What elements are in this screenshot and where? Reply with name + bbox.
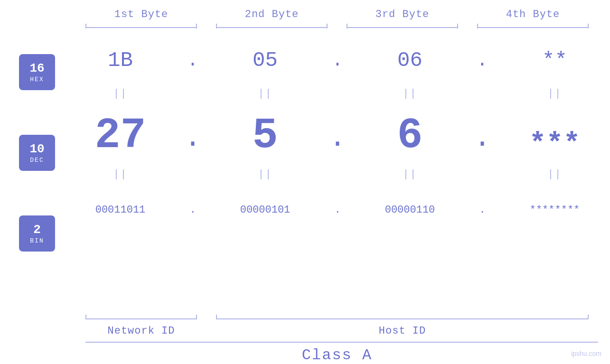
eq1-b4: || — [489, 84, 610, 103]
dec-sep3: . — [475, 122, 489, 160]
bin-b3-value: 00000110 — [385, 204, 435, 216]
dec-b2-cell: 5 — [200, 112, 330, 160]
hex-sep2: . — [330, 50, 345, 71]
bin-sep3: . — [475, 204, 489, 216]
class-label-row: Class A — [76, 346, 598, 364]
dec-b3-value: 6 — [397, 112, 422, 160]
watermark: ipshu.com — [571, 350, 601, 357]
bottom-brackets — [76, 310, 610, 321]
dec-b4-cell: *** — [489, 128, 610, 160]
byte1-header: 1st Byte — [76, 9, 206, 20]
bin-b2-value: 00000101 — [240, 204, 291, 216]
hex-sep3: . — [475, 50, 489, 71]
bin-b1-value: 00011011 — [95, 204, 146, 216]
hex-b4-cell: ** — [489, 48, 610, 72]
eq1-b2: || — [200, 84, 330, 103]
eq2-b2: || — [200, 165, 330, 184]
dec-sep1: . — [186, 122, 200, 160]
dec-row: 27 . 5 . 6 . *** — [55, 103, 610, 165]
bin-b3-cell: 00000110 — [345, 204, 475, 216]
hex-row: 1B . 05 . 06 . ** — [55, 37, 610, 84]
labels-column: 16 HEX 10 DEC 2 BIN — [0, 37, 55, 307]
eq2-b4: || — [489, 165, 610, 184]
top-brackets — [76, 23, 610, 32]
byte4-header: 4th Byte — [468, 9, 598, 20]
hex-b3-cell: 06 — [345, 48, 475, 72]
id-labels-row: Network ID Host ID — [76, 325, 610, 337]
class-label: Class A — [302, 346, 372, 364]
bin-b4-value: ******** — [530, 204, 580, 216]
byte-headers: 1st Byte 2nd Byte 3rd Byte 4th Byte — [76, 9, 610, 20]
bin-sep1: . — [186, 204, 200, 216]
eq1-b3: || — [345, 84, 475, 103]
byte3-header: 3rd Byte — [337, 9, 468, 20]
eq2-b1: || — [55, 165, 186, 184]
hex-b2-cell: 05 — [200, 48, 330, 72]
eq2-b3: || — [345, 165, 475, 184]
hex-sep1: . — [186, 50, 200, 71]
bin-badge: 2 BIN — [19, 215, 55, 252]
bracket-3 — [337, 23, 468, 32]
dec-sep2: . — [330, 122, 345, 160]
values-grid: 1B . 05 . 06 . ** || || — [55, 37, 610, 307]
bin-b1-cell: 00011011 — [55, 204, 186, 216]
equals-row-1: || || || || — [55, 84, 610, 103]
bin-b4-cell: ******** — [489, 204, 610, 216]
bin-row: 00011011 . 00000101 . 00000110 . *******… — [55, 184, 610, 236]
bot-bracket-1 — [76, 310, 206, 321]
bracket-2 — [206, 23, 337, 32]
bin-b2-cell: 00000101 — [200, 204, 330, 216]
dec-b2-value: 5 — [252, 112, 278, 160]
content-area: 16 HEX 10 DEC 2 BIN — [0, 37, 610, 307]
byte2-header: 2nd Byte — [206, 9, 337, 20]
bin-sep2: . — [330, 204, 345, 216]
dec-b4-value: *** — [529, 128, 580, 160]
class-footer: Class A — [76, 342, 610, 364]
hex-b1-value: 1B — [108, 48, 133, 72]
bot-bracket-2 — [206, 310, 598, 321]
network-id-label: Network ID — [76, 325, 206, 337]
dec-b3-cell: 6 — [345, 112, 475, 160]
class-bracket-line — [85, 342, 598, 343]
dec-b1-value: 27 — [94, 112, 146, 160]
equals-row-2: || || || || — [55, 165, 610, 184]
hex-b3-value: 06 — [397, 48, 422, 72]
hex-badge: 16 HEX — [19, 54, 55, 90]
eq1-b1: || — [55, 84, 186, 103]
dec-b1-cell: 27 — [55, 112, 186, 160]
hex-b1-cell: 1B — [55, 48, 186, 72]
bracket-1 — [76, 23, 206, 32]
hex-b2-value: 05 — [253, 48, 278, 72]
bracket-4 — [468, 23, 598, 32]
main-container: 1st Byte 2nd Byte 3rd Byte 4th Byte 16 H… — [0, 0, 610, 364]
hex-b4-value: ** — [542, 48, 567, 72]
host-id-label: Host ID — [206, 325, 598, 337]
dec-badge: 10 DEC — [19, 135, 55, 171]
